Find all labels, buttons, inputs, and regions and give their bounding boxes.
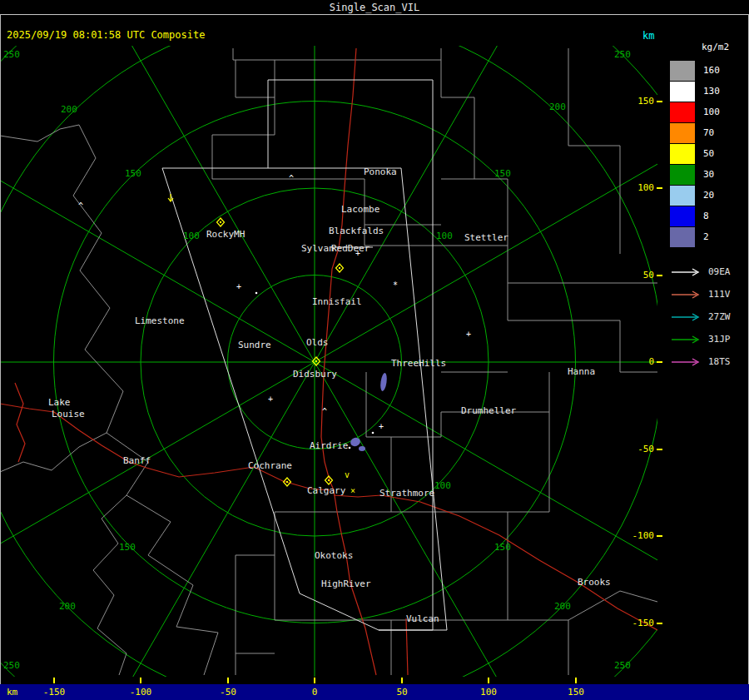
x-axis-tick-label: -100 [122,687,159,698]
radar-viewer-window: Single_Scan_VIL 2025/09/19 08:01:58 UTC … [0,0,749,700]
x-axis-tick-label: 50 [384,687,420,698]
vil-scale-entry: 20 [670,185,749,206]
radar-site-dot [286,481,288,483]
range-label: 200 [549,102,566,112]
vil-swatch-130 [670,82,695,102]
vil-value-label: 50 [703,148,714,159]
vil-scale-entry: 50 [670,143,749,164]
radar-legend-entry: 31JP [670,328,749,350]
range-label: 150 [119,542,136,553]
vil-value-label: 130 [703,86,720,97]
city-label-didsbury: Didsbury [293,369,337,380]
city-label-banff: Banff [123,455,151,466]
y-axis-tick-label: 100 [619,182,654,193]
range-label: 100 [183,231,200,241]
city-label-olds: Olds [306,337,329,348]
storm-cell-caret: ^ [78,201,83,211]
x-axis-tick [314,678,315,683]
x-axis-tick [227,678,229,683]
city-label-drumheller: Drumheller [461,405,517,416]
vil-value-label: 30 [703,169,714,180]
range-label: 100 [434,480,451,491]
x-axis-tick-label: -50 [210,687,246,698]
range-label: 150 [494,168,511,179]
radar-id-label: 18TS [708,356,731,367]
y-axis-tick [657,623,662,624]
radar-id-label: 27ZW [708,311,731,322]
vil-value-label: 8 [703,211,709,221]
city-label-lake: Lake [48,397,71,408]
x-axis-bar [0,684,749,700]
radar-site-dot [315,360,317,362]
storm-cell-dot [255,292,258,295]
city-label-lacombe: Lacombe [341,204,379,215]
x-axis-tick-label: 0 [296,687,333,698]
x-axis-unit: km [7,687,17,698]
storm-cell-dot [372,432,374,434]
radar-legend-entry: 111V [670,283,749,305]
vil-value-label: 70 [703,127,714,138]
y-axis-tick-label: 0 [619,356,654,367]
storm-cell-plus: + [268,395,273,404]
city-label-cochrane: Cochrane [248,460,292,471]
radar-site-dot [220,221,221,223]
legend-unit-label: kg/m2 [702,42,749,52]
city-label-vulcan: Vulcan [406,613,439,624]
radar-legend-entry: 09EA [670,261,749,283]
legend-panel: kg/m2 1601301007050302082 09EA111V27ZW31… [670,42,749,373]
y-axis-tick-label: -50 [619,444,654,454]
radar-arrow-icon [670,289,703,300]
vil-swatch-100 [670,102,695,122]
radar-site-dot [339,267,340,269]
vil-swatch-70 [670,123,695,143]
radar-map: 1001502002501001502002501502002501001502… [0,46,657,677]
radar-legend-entry: 27ZW [670,305,749,328]
radar-arrow-icon [670,356,703,368]
vil-swatch-2 [670,227,695,247]
radar-legend-entry: 18TS [670,350,749,373]
vil-swatch-30 [670,165,695,185]
title-bar: Single_Scan_VIL [0,0,749,15]
radar-arrow-icon [670,266,703,278]
y-axis-unit: km [642,30,654,42]
y-axis-tick [657,449,662,450]
city-label-ponoka: Ponoka [364,166,397,177]
range-label: 250 [614,49,631,60]
radar-site-dot [328,479,330,481]
vil-color-scale: 1601301007050302082 [670,60,749,247]
y-axis-tick [657,101,662,102]
storm-cell-plus: + [466,330,471,339]
vil-scale-entry: 30 [670,164,749,185]
y-axis-tick-label: -150 [619,618,654,628]
range-label: 250 [3,660,20,671]
city-label-calgary: Calgary [307,485,346,496]
vil-scale-entry: 160 [670,60,749,81]
storm-cell-plus: + [379,422,384,431]
city-label-threehills: ThreeHills [391,358,446,369]
city-label-strathmore: Strathmore [379,488,434,499]
range-label: 250 [614,660,631,671]
vil-swatch-20 [670,186,695,206]
y-axis-tick [657,361,662,363]
radar-id-label: 111V [708,289,731,300]
storm-cell-plus: + [236,282,241,291]
scan-timestamp: 2025/09/19 08:01:58 UTC Composite [7,29,205,41]
city-label-sundre: Sundre [238,340,271,350]
x-axis-tick-label: 100 [470,687,507,698]
city-label-innisfail: Innisfail [312,296,362,307]
vil-swatch-160 [670,61,695,81]
range-label: 150 [494,542,511,553]
city-label-okotoks: Okotoks [315,550,353,561]
vil-swatch-50 [670,144,695,164]
storm-cell-caret: ^ [322,407,327,416]
window-title: Single_Scan_VIL [330,2,419,13]
storm-cell-dot [349,447,351,449]
city-label-reddeer: RedDeer [331,243,370,254]
storm-cell-asterisk: * [393,280,398,290]
left-border [0,14,1,700]
city-label-limestone: Limestone [135,315,185,326]
y-axis-tick [657,275,662,276]
vil-value-label: 100 [703,107,720,117]
vil-scale-entry: 130 [670,81,749,102]
x-axis-tick-label: -150 [36,687,72,698]
